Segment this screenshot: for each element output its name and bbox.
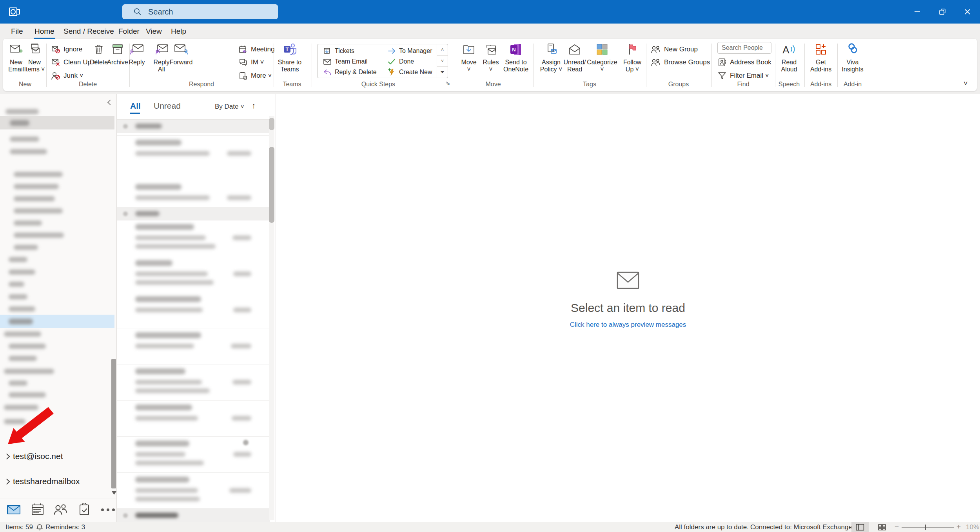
- quick-steps-scroll-down-icon[interactable]: ˅: [437, 56, 448, 67]
- zoom-in-button[interactable]: +: [956, 523, 961, 531]
- quick-step-done[interactable]: Done: [387, 56, 414, 67]
- always-preview-link[interactable]: Click here to always preview messages: [276, 321, 980, 329]
- close-button[interactable]: [955, 0, 980, 24]
- collapse-ribbon-icon[interactable]: ˅: [964, 80, 968, 88]
- list-tab-unread[interactable]: Unread: [154, 101, 181, 111]
- sidebar-folder-redacted[interactable]: [14, 245, 38, 250]
- sidebar-folder-redacted[interactable]: [9, 257, 27, 262]
- sidebar-scrollbar-thumb[interactable]: [111, 359, 116, 488]
- move-button[interactable]: Move ˅: [458, 42, 480, 73]
- tab-help[interactable]: Help: [169, 24, 188, 39]
- sidebar-folder-redacted[interactable]: [9, 319, 33, 324]
- get-addins-button[interactable]: Get Add-ins: [810, 42, 832, 73]
- reply-all-button[interactable]: Reply All: [151, 42, 172, 73]
- search-people-input[interactable]: [721, 44, 769, 52]
- nav-more-icon[interactable]: [101, 508, 115, 511]
- sidebar-folder-redacted[interactable]: [9, 344, 46, 349]
- new-items-button[interactable]: New Items ˅: [24, 42, 45, 73]
- sidebar-folder-redacted[interactable]: [14, 233, 64, 238]
- quick-steps-scroll[interactable]: ˄ ˅ ⏷: [437, 44, 448, 78]
- sidebar-folder-redacted[interactable]: [14, 220, 42, 226]
- sidebar-folder-redacted[interactable]: [9, 270, 35, 275]
- reply-button[interactable]: Reply: [126, 42, 148, 66]
- junk-button[interactable]: Junk ˅: [51, 70, 83, 82]
- tab-folder[interactable]: Folder: [117, 24, 141, 39]
- sidebar-folder-redacted[interactable]: [14, 208, 63, 213]
- sidebar-folder-redacted[interactable]: [14, 172, 63, 177]
- message-row-redacted[interactable]: [117, 220, 270, 255]
- new-group-button[interactable]: New Group: [651, 44, 698, 55]
- search-input[interactable]: [147, 7, 267, 17]
- search-bar[interactable]: [122, 4, 278, 19]
- follow-up-button[interactable]: Follow Up ˅: [621, 42, 643, 73]
- chevron-right-icon[interactable]: [4, 454, 10, 460]
- filter-email-button[interactable]: Filter Email ˅: [717, 70, 769, 82]
- more-respond-button[interactable]: More ˅: [238, 70, 272, 82]
- address-book-button[interactable]: Address Book: [717, 56, 771, 68]
- restore-button[interactable]: [930, 0, 955, 24]
- minimize-folder-pane-icon[interactable]: [107, 100, 113, 105]
- meeting-button[interactable]: Meeting: [238, 44, 274, 55]
- archive-button[interactable]: Archive: [107, 42, 129, 66]
- unread-read-button[interactable]: Unread/ Read: [564, 42, 586, 73]
- message-group-header[interactable]: [117, 508, 270, 522]
- sidebar-folder-redacted[interactable]: [14, 184, 59, 189]
- sidebar-folder-redacted[interactable]: [9, 282, 24, 287]
- nav-mail-icon[interactable]: [6, 503, 21, 518]
- sidebar-folder-redacted[interactable]: [14, 196, 55, 201]
- message-row-redacted[interactable]: [117, 436, 270, 472]
- chevron-right-icon[interactable]: [4, 479, 10, 485]
- sort-by-date-dropdown[interactable]: By Date ˅: [215, 103, 244, 111]
- account-test-isoc[interactable]: test@isoc.net: [5, 450, 63, 462]
- rules-button[interactable]: Rules ˅: [480, 42, 502, 73]
- tab-file[interactable]: File: [9, 24, 25, 39]
- quick-step-team-email[interactable]: Team Email: [323, 56, 368, 67]
- forward-button[interactable]: Forward: [170, 42, 192, 66]
- share-to-teams-button[interactable]: T Share to Teams: [277, 42, 302, 73]
- sidebar-folder-redacted[interactable]: [9, 306, 35, 312]
- quick-steps-overflow-icon[interactable]: ⏷: [437, 67, 448, 78]
- sidebar-folder-redacted[interactable]: [10, 149, 47, 154]
- send-to-onenote-button[interactable]: N Send to OneNote: [503, 42, 528, 73]
- quick-step-tickets[interactable]: Tickets: [323, 46, 354, 56]
- message-row-redacted[interactable]: [117, 292, 270, 328]
- message-row-redacted[interactable]: [117, 400, 270, 436]
- viva-insights-button[interactable]: Viva Insights: [842, 42, 864, 73]
- nav-tasks-icon[interactable]: [78, 503, 91, 518]
- items-count[interactable]: Items: 59: [5, 523, 33, 531]
- reminders-count[interactable]: Reminders: 3: [45, 523, 85, 531]
- quick-step-to-manager[interactable]: To Manager: [387, 46, 432, 56]
- message-group-header[interactable]: [117, 207, 270, 220]
- sidebar-folder-redacted[interactable]: [10, 120, 29, 126]
- sidebar-folder-redacted[interactable]: [5, 109, 39, 114]
- message-group-header[interactable]: [117, 119, 270, 133]
- zoom-slider[interactable]: [902, 527, 954, 528]
- tab-view[interactable]: View: [144, 24, 163, 39]
- zoom-slider-thumb[interactable]: [925, 525, 926, 530]
- read-aloud-button[interactable]: A Read Aloud: [778, 42, 800, 73]
- zoom-out-button[interactable]: −: [895, 523, 899, 531]
- sidebar-scroll-down-icon[interactable]: [112, 491, 116, 495]
- sidebar-folder-redacted[interactable]: [9, 381, 27, 386]
- sidebar-folder-redacted[interactable]: [9, 294, 27, 299]
- reading-view-button[interactable]: [873, 522, 891, 532]
- list-scrollbar-thumb[interactable]: [269, 147, 274, 223]
- sidebar-folder-redacted[interactable]: [9, 392, 46, 397]
- quick-step-create-new[interactable]: Create New: [387, 67, 432, 77]
- message-row-redacted[interactable]: [117, 256, 270, 292]
- list-scrollbar-top[interactable]: [269, 118, 274, 130]
- im-button[interactable]: IM ˅: [238, 56, 264, 68]
- sidebar-folder-redacted[interactable]: [4, 369, 54, 374]
- quick-steps-scroll-up-icon[interactable]: ˄: [437, 44, 448, 56]
- message-row-redacted[interactable]: [117, 135, 270, 171]
- normal-view-button[interactable]: [851, 522, 869, 532]
- nav-people-icon[interactable]: [53, 503, 68, 518]
- ignore-button[interactable]: Ignore: [51, 44, 82, 55]
- sort-direction-icon[interactable]: ↑: [252, 101, 256, 110]
- search-people-box[interactable]: [717, 42, 771, 54]
- tab-home[interactable]: Home: [33, 24, 56, 39]
- sidebar-folder-redacted[interactable]: [10, 137, 39, 142]
- list-tab-all[interactable]: All: [130, 101, 141, 111]
- sidebar-folder-redacted[interactable]: [9, 356, 37, 361]
- nav-calendar-icon[interactable]: [31, 503, 45, 518]
